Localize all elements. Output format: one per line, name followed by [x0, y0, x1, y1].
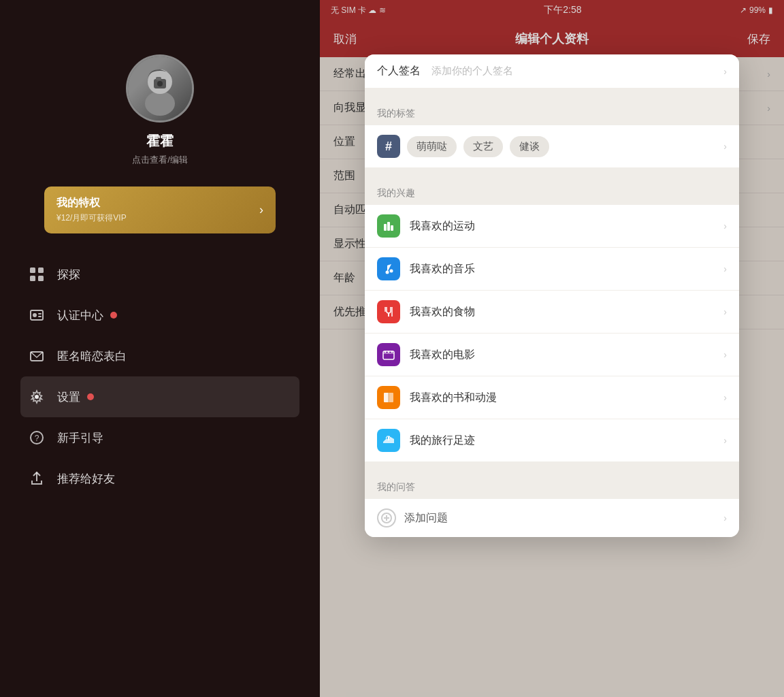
svg-rect-31 — [388, 436, 389, 440]
left-content: 霍霍 点击查看/编辑 我的特权 ¥12/月即可获得VIP › — [0, 0, 320, 499]
svg-point-3 — [157, 81, 163, 86]
interest-book-label: 我喜欢的书和动漫 — [410, 391, 723, 405]
interest-book-arrow: › — [723, 392, 727, 403]
secret-label: 匿名暗恋表白 — [57, 348, 127, 364]
interest-food-arrow: › — [723, 306, 727, 317]
tag-pill-2: 健谈 — [510, 136, 549, 157]
spacer-1 — [365, 88, 739, 98]
svg-rect-12 — [38, 316, 42, 317]
explore-label: 探探 — [57, 267, 80, 282]
settings-icon — [27, 387, 46, 406]
svg-rect-8 — [38, 276, 44, 281]
spacer-3 — [365, 462, 739, 472]
interests-section-header: 我的兴趣 — [365, 178, 739, 205]
add-question-label: 添加问题 — [404, 511, 723, 525]
guide-label: 新手引导 — [57, 430, 103, 446]
interest-music-arrow: › — [723, 263, 727, 274]
verify-icon — [27, 306, 46, 325]
book-icon — [377, 386, 400, 409]
svg-rect-17 — [384, 224, 387, 231]
tag-hash-icon: # — [377, 135, 400, 158]
svg-point-14 — [35, 395, 39, 399]
add-question-arrow: › — [723, 513, 727, 523]
verify-label: 认证中心 — [57, 308, 103, 323]
right-panel: 无 SIM 卡 ☁ ≋ 下午2:58 ↗ 99% ▮ 取消 编辑个人资料 保存 … — [320, 0, 784, 697]
vip-arrow: › — [259, 203, 263, 217]
avatar-image — [136, 61, 184, 116]
interest-sport-label: 我喜欢的运动 — [410, 219, 723, 233]
sidebar-item-settings[interactable]: 设置 — [20, 376, 299, 417]
share-label: 推荐给好友 — [57, 471, 115, 487]
svg-rect-18 — [387, 222, 390, 231]
settings-label: 设置 — [57, 389, 80, 405]
spacer-2 — [365, 168, 739, 178]
interest-movie-arrow: › — [723, 349, 727, 360]
food-icon — [377, 300, 400, 323]
tags-row[interactable]: # 萌萌哒 文艺 健谈 › — [365, 125, 739, 168]
signature-row[interactable]: 个人签名 添加你的个人签名 › — [365, 54, 739, 88]
tag-pill-0: 萌萌哒 — [407, 136, 457, 157]
modal-overlay: 个人签名 添加你的个人签名 › 我的标签 # 萌萌哒 文艺 健谈 › 我的兴趣 — [320, 0, 784, 697]
sidebar-item-share[interactable]: 推荐给好友 — [20, 458, 299, 499]
tags-arrow: › — [723, 141, 727, 152]
signature-value: 添加你的个人签名 — [431, 65, 723, 78]
vip-title: 我的特权 — [56, 196, 127, 210]
sport-icon — [377, 214, 400, 238]
share-icon — [27, 469, 46, 488]
svg-rect-4 — [156, 77, 161, 80]
svg-rect-11 — [38, 313, 42, 314]
sidebar-item-guide[interactable]: ? 新手引导 — [20, 417, 299, 458]
interest-travel-arrow: › — [723, 435, 727, 446]
vip-text: 我的特权 ¥12/月即可获得VIP — [56, 196, 127, 224]
svg-point-10 — [33, 313, 37, 317]
interest-travel-label: 我的旅行足迹 — [410, 434, 723, 448]
avatar[interactable] — [126, 54, 194, 123]
guide-icon: ? — [27, 428, 46, 447]
explore-icon — [27, 265, 46, 284]
movie-icon — [377, 343, 400, 366]
tags-container: # 萌萌哒 文艺 健谈 › — [377, 135, 727, 158]
signature-label: 个人签名 — [377, 64, 431, 78]
interest-movie-label: 我喜欢的电影 — [410, 348, 723, 362]
svg-point-28 — [388, 351, 389, 353]
interest-food[interactable]: 我喜欢的食物 › — [365, 291, 739, 334]
user-name: 霍霍 — [146, 132, 174, 150]
menu-list: 探探 认证中心 — [0, 254, 320, 499]
vip-banner[interactable]: 我的特权 ¥12/月即可获得VIP › — [44, 187, 276, 233]
tag-pill-1: 文艺 — [463, 136, 503, 157]
sidebar-item-verify[interactable]: 认证中心 — [20, 295, 299, 336]
settings-badge — [87, 393, 94, 400]
left-panel: 霍霍 点击查看/编辑 我的特权 ¥12/月即可获得VIP › — [0, 0, 320, 697]
interest-sport[interactable]: 我喜欢的运动 › — [365, 205, 739, 248]
tags-section-header: 我的标签 — [365, 98, 739, 125]
vip-subtitle: ¥12/月即可获得VIP — [56, 212, 127, 224]
sidebar-item-explore[interactable]: 探探 — [20, 254, 299, 295]
interest-music[interactable]: 我喜欢的音乐 › — [365, 248, 739, 291]
svg-rect-6 — [38, 268, 44, 273]
edit-profile-modal: 个人签名 添加你的个人签名 › 我的标签 # 萌萌哒 文艺 健谈 › 我的兴趣 — [365, 54, 739, 537]
svg-text:?: ? — [35, 434, 39, 443]
svg-point-20 — [386, 271, 389, 274]
user-subtitle: 点击查看/编辑 — [132, 154, 188, 166]
sidebar-item-secret[interactable]: 匿名暗恋表白 — [20, 336, 299, 376]
add-question-icon — [377, 508, 396, 528]
svg-rect-19 — [391, 225, 393, 231]
travel-icon — [377, 429, 400, 452]
verify-badge — [110, 312, 117, 319]
add-question-row[interactable]: 添加问题 › — [365, 499, 739, 537]
svg-point-0 — [145, 91, 175, 116]
interest-music-label: 我喜欢的音乐 — [410, 262, 723, 276]
music-icon — [377, 257, 400, 280]
interest-movie[interactable]: 我喜欢的电影 › — [365, 334, 739, 376]
svg-point-27 — [385, 351, 386, 353]
secret-icon — [27, 346, 46, 366]
interest-travel[interactable]: 我的旅行足迹 › — [365, 419, 739, 462]
interest-food-label: 我喜欢的食物 — [410, 305, 723, 319]
interest-book[interactable]: 我喜欢的书和动漫 › — [365, 376, 739, 419]
qa-section-header: 我的问答 — [365, 472, 739, 499]
svg-rect-7 — [30, 276, 35, 281]
interest-sport-arrow: › — [723, 221, 727, 231]
svg-point-21 — [390, 270, 393, 273]
svg-point-29 — [391, 351, 393, 353]
signature-arrow: › — [723, 66, 727, 77]
